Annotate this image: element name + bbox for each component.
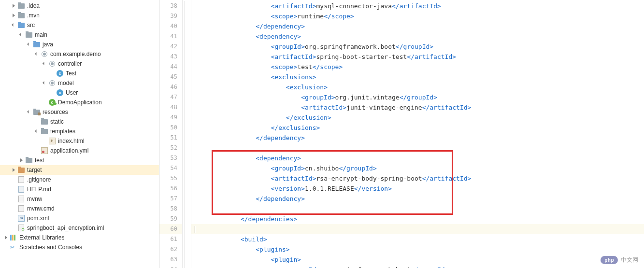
tree-item-label: Scratches and Consoles [19,244,82,251]
code-line[interactable]: <exclusions> [191,72,644,82]
scratch-icon [10,243,17,251]
tree-item-test[interactable]: cTest [0,69,159,78]
code-line[interactable]: <version>1.0.1.RELEASE</version> [191,183,644,194]
code-line[interactable]: <artifactId>junit-vintage-engine</artifa… [191,102,644,113]
code-line[interactable]: </dependency> [191,194,644,204]
tree-item-label: application.yml [50,147,88,154]
chevron-icon[interactable] [4,235,9,240]
tree-item-demoapplication[interactable]: cDemoApplication [0,98,159,107]
tree-item-help-md[interactable]: HELP.md [0,184,159,194]
folder-res-icon [33,108,41,116]
tree-item-external-libraries[interactable]: External Libraries [0,233,159,242]
package-icon [48,79,56,87]
tree-item-label: target [27,167,42,173]
tree-item-src[interactable]: src [0,20,159,30]
chevron-icon[interactable] [35,52,40,56]
line-number: 53 [159,153,182,163]
tree-item-templates[interactable]: templates [0,127,159,136]
tree-item-label: HELP.md [27,186,51,193]
chevron-icon[interactable] [19,32,24,37]
chevron-icon[interactable] [19,158,24,163]
code-line[interactable] [191,204,644,214]
tree-item-label: java [43,41,53,48]
code-line[interactable]: </dependency> [191,133,644,143]
code-line[interactable]: </exclusions> [191,123,644,133]
tree-item-test[interactable]: test [0,155,159,165]
code-line[interactable]: </dependency> [191,21,644,31]
line-number: 51 [159,133,182,143]
tree-item-main[interactable]: main [0,30,159,40]
tree-item-java[interactable]: java [0,40,159,49]
tree-item-application-yml[interactable]: application.yml [0,146,159,155]
tree-item-mvnw-cmd[interactable]: mvnw.cmd [0,204,159,213]
tree-item-model[interactable]: model [0,78,159,88]
code-line[interactable]: <groupId>cn.shuibo</groupId> [191,163,644,173]
chevron-icon[interactable] [43,81,47,85]
tree-item--gitignore[interactable]: .gitignore [0,175,159,184]
line-number: 54 [159,163,182,173]
tree-item-label: .idea [27,2,40,9]
tree-item-target[interactable]: target [0,165,159,175]
chevron-icon[interactable] [12,168,16,172]
line-number: 57 [159,194,182,204]
tree-item-scratches-and-consoles[interactable]: Scratches and Consoles [0,242,159,252]
chevron-icon[interactable] [35,129,40,134]
code-line[interactable]: <groupId>org.springframework.boot</group… [191,265,644,268]
fold-gutter[interactable] [183,0,191,268]
code-line[interactable]: <scope>test</scope> [191,62,644,72]
tree-item-springboot-api-encryption-iml[interactable]: springboot_api_encryption.iml [0,223,159,233]
tree-item-mvnw[interactable]: mvnw [0,194,159,204]
code-line[interactable]: <dependency> [191,31,644,42]
chevron-icon[interactable] [43,61,47,66]
code-line[interactable]: <plugin> [191,254,644,265]
chevron-icon[interactable] [12,23,16,28]
code-line[interactable]: <artifactId>spring-boot-starter-test</ar… [191,52,644,62]
code-editor[interactable]: 38394041↻4243444546474849505152535455565… [159,0,644,268]
tree-item-label: mvnw.cmd [27,205,55,212]
tree-item-label: main [35,31,47,38]
code-line[interactable]: <artifactId>rsa-encrypt-body-spring-boot… [191,173,644,183]
folder-icon [41,118,48,126]
line-number: 50 [159,123,182,133]
folder-blue-icon [33,41,41,48]
line-number: 52 [159,143,182,153]
tree-item-pom-xml[interactable]: mpom.xml [0,213,159,223]
code-area[interactable]: <artifactId>mysql-connector-java</artifa… [191,0,644,268]
chevron-icon[interactable] [27,110,32,114]
project-tree[interactable]: .idea.mvnsrcmainjavacom.example.democont… [0,0,159,268]
code-line[interactable] [191,224,644,234]
code-line[interactable]: <plugins> [191,244,644,254]
php-badge-icon: php [601,256,618,264]
chevron-icon[interactable] [12,3,16,8]
tree-item-resources[interactable]: resources [0,107,159,117]
tree-item-controller[interactable]: controller [0,59,159,69]
iml-icon [17,224,25,232]
tree-item--mvn[interactable]: .mvn [0,11,159,20]
tree-item-user[interactable]: cUser [0,88,159,98]
tree-item-com-example-demo[interactable]: com.example.demo [0,49,159,59]
code-line[interactable]: </exclusion> [191,113,644,123]
code-line[interactable]: <build> [191,234,644,244]
tree-item-index-html[interactable]: Hindex.html [0,136,159,146]
code-line[interactable]: <scope>runtime</scope> [191,11,644,21]
tree-item-static[interactable]: static [0,117,159,127]
tree-item-label: External Libraries [19,234,64,241]
chevron-icon[interactable] [12,13,16,18]
tree-item-label: Test [66,70,76,77]
code-line[interactable]: </dependencies> [191,214,644,224]
code-line[interactable]: <groupId>org.junit.vintage</groupId> [191,92,644,102]
line-number: 58 [159,204,182,214]
code-line[interactable]: <dependency> [191,153,644,163]
class-icon: c [56,70,64,77]
chevron-icon[interactable] [27,42,32,47]
file-icon [17,176,25,183]
tree-item--idea[interactable]: .idea [0,1,159,11]
code-line[interactable] [191,143,644,153]
line-number: 61 [159,234,182,244]
line-number-gutter: 38394041↻4243444546474849505152535455565… [159,0,183,268]
code-line[interactable]: <exclusion> [191,82,644,92]
code-line[interactable]: <artifactId>mysql-connector-java</artifa… [191,1,644,11]
line-number: 49 [159,113,182,123]
tree-item-label: src [27,22,35,28]
code-line[interactable]: <groupId>org.springframework.boot</group… [191,42,644,52]
